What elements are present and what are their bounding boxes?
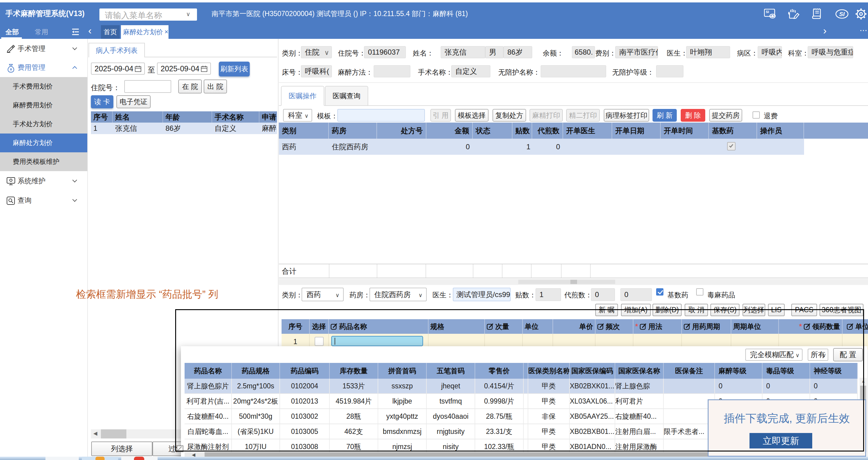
svg-text:SI: SI: [766, 10, 769, 13]
svg-text:SI: SI: [839, 11, 845, 17]
svg-text:¥: ¥: [9, 67, 12, 71]
